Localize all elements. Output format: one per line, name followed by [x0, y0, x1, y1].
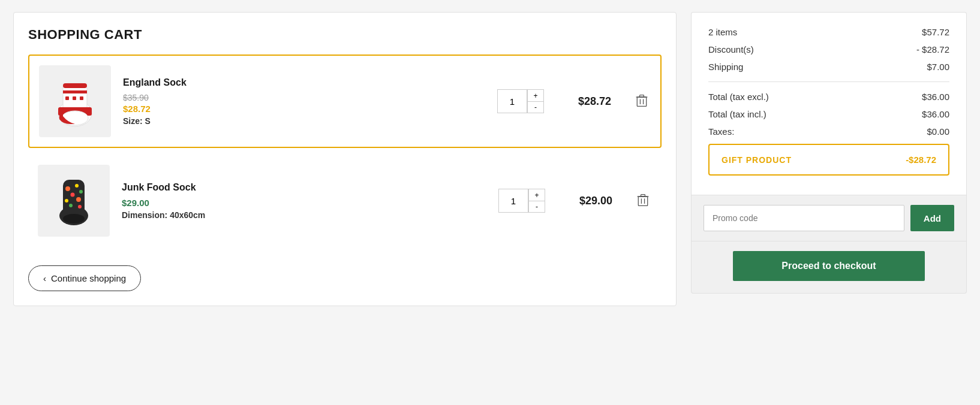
summary-shipping-row: Shipping $7.00 — [708, 62, 949, 72]
svg-point-17 — [75, 184, 79, 188]
junkfood-qty-buttons: + - — [528, 189, 545, 213]
england-sock-image — [39, 65, 111, 137]
england-sock-size: Size: S — [123, 116, 485, 126]
svg-point-19 — [79, 190, 83, 194]
trash-icon — [635, 93, 648, 108]
junkfood-qty-input[interactable] — [498, 189, 528, 213]
summary-taxes-value: $0.00 — [927, 126, 949, 137]
summary-discounts-label: Discount(s) — [708, 44, 754, 55]
cart-item-england: England Sock $35.90 $28.72 Size: S + - $… — [28, 55, 662, 148]
england-delete-button[interactable] — [633, 91, 651, 112]
svg-rect-25 — [638, 197, 647, 205]
junkfood-total-price: $29.00 — [564, 195, 612, 207]
page-wrapper: SHOPPING CART — [13, 12, 967, 306]
summary-total-excl-value: $36.00 — [922, 92, 949, 102]
svg-rect-6 — [65, 96, 69, 100]
svg-rect-3 — [63, 90, 87, 93]
svg-rect-2 — [63, 83, 87, 88]
continue-shopping-button[interactable]: ‹ Continue shopping — [28, 265, 141, 291]
chevron-left-icon: ‹ — [43, 273, 46, 283]
promo-add-button[interactable]: Add — [910, 205, 954, 231]
summary-divider — [708, 81, 949, 82]
cart-item-junkfood: Junk Food Sock $29.00 Dimension: 40x60cm… — [28, 155, 662, 246]
england-qty-decrease[interactable]: - — [527, 101, 544, 113]
england-qty-increase[interactable]: + — [527, 89, 544, 101]
summary-panel: 2 items $57.72 Discount(s) - $28.72 Ship… — [691, 12, 967, 306]
junkfood-sock-dimension-value: 40x60cm — [170, 210, 205, 220]
cart-title: SHOPPING CART — [28, 27, 662, 43]
summary-totals: 2 items $57.72 Discount(s) - $28.72 Ship… — [691, 12, 967, 195]
junkfood-sock-name: Junk Food Sock — [122, 182, 486, 193]
gift-product-box: GIFT PRODUCT -$28.72 — [708, 144, 949, 176]
svg-rect-9 — [637, 97, 646, 106]
summary-total-excl-row: Total (tax excl.) $36.00 — [708, 92, 949, 102]
junkfood-qty-increase[interactable]: + — [528, 189, 545, 201]
summary-taxes-label: Taxes: — [708, 126, 734, 137]
summary-shipping-value: $7.00 — [927, 62, 949, 72]
england-sock-sale-price: $28.72 — [123, 104, 485, 114]
junk-food-sock-image — [38, 165, 110, 237]
promo-section: Add — [691, 195, 967, 241]
england-qty-buttons: + - — [527, 89, 544, 113]
junkfood-sock-dimension: Dimension: 40x60cm — [122, 210, 486, 220]
svg-point-18 — [71, 193, 75, 197]
summary-taxes-row: Taxes: $0.00 — [708, 126, 949, 137]
summary-discounts-row: Discount(s) - $28.72 — [708, 44, 949, 55]
svg-rect-8 — [80, 96, 83, 100]
summary-shipping-label: Shipping — [708, 62, 743, 72]
junkfood-sock-price: $29.00 — [122, 198, 486, 208]
continue-shopping-label: Continue shopping — [51, 273, 126, 283]
summary-total-incl-row: Total (tax incl.) $36.00 — [708, 109, 949, 119]
trash-icon-2 — [636, 193, 650, 207]
svg-point-23 — [78, 205, 82, 208]
junkfood-sock-details: Junk Food Sock $29.00 Dimension: 40x60cm — [122, 182, 486, 220]
summary-total-excl-label: Total (tax excl.) — [708, 92, 769, 102]
cart-panel: SHOPPING CART — [13, 12, 677, 306]
summary-items-label: 2 items — [708, 27, 737, 37]
svg-point-21 — [76, 197, 81, 202]
england-sock-original-price: $35.90 — [123, 93, 485, 102]
checkout-button[interactable]: Proceed to checkout — [733, 251, 925, 281]
england-sock-size-value: S — [145, 116, 151, 126]
promo-code-input[interactable] — [704, 205, 904, 231]
summary-discounts-value: - $28.72 — [916, 44, 949, 55]
summary-items-value: $57.72 — [922, 27, 949, 37]
svg-rect-7 — [73, 96, 76, 100]
svg-point-20 — [65, 199, 68, 202]
england-sock-name: England Sock — [123, 77, 485, 88]
england-sock-details: England Sock $35.90 $28.72 Size: S — [123, 77, 485, 126]
svg-point-22 — [69, 204, 73, 207]
england-qty-input[interactable] — [497, 89, 527, 113]
summary-total-incl-label: Total (tax incl.) — [708, 109, 766, 119]
svg-point-16 — [65, 186, 70, 191]
junkfood-qty-decrease[interactable]: - — [528, 201, 545, 213]
checkout-section: Proceed to checkout — [691, 241, 967, 294]
england-qty-control: + - — [497, 89, 544, 113]
junkfood-qty-control: + - — [498, 189, 545, 213]
gift-label: GIFT PRODUCT — [722, 155, 792, 165]
svg-point-24 — [63, 214, 85, 223]
summary-total-incl-value: $36.00 — [922, 109, 949, 119]
england-total-price: $28.72 — [563, 95, 611, 108]
junkfood-delete-button[interactable] — [634, 191, 652, 211]
summary-items-row: 2 items $57.72 — [708, 27, 949, 37]
gift-value: -$28.72 — [906, 155, 936, 165]
